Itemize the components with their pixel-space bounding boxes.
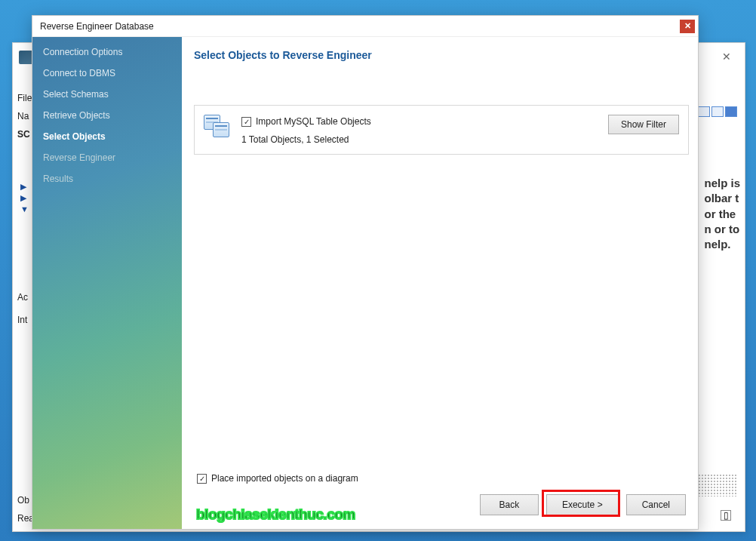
sidebar-item-connection-options[interactable]: Connection Options bbox=[32, 41, 182, 63]
bg-tree-arrows: ▶▶▼ bbox=[20, 182, 29, 214]
import-label: Import MySQL Table Objects bbox=[256, 116, 371, 127]
bg-file-label: File bbox=[17, 93, 32, 103]
sidebar-item-results[interactable]: Results bbox=[32, 168, 182, 189]
object-count-text: 1 Total Objects, 1 Selected bbox=[241, 134, 598, 145]
bg-ob-label: Ob bbox=[17, 495, 29, 506]
watermark: blogchiasekienthuc.com bbox=[196, 506, 355, 523]
bg-int-label: Int bbox=[17, 315, 27, 325]
wizard-sidebar: Connection Options Connect to DBMS Selec… bbox=[32, 37, 182, 529]
sidebar-item-select-objects[interactable]: Select Objects bbox=[32, 126, 182, 147]
bg-help-text: nelp is olbar t or the n or to nelp. bbox=[704, 176, 740, 252]
sidebar-item-select-schemas[interactable]: Select Schemas bbox=[32, 84, 182, 105]
dialog-title: Reverse Engineer Database bbox=[40, 21, 154, 32]
bg-sc-label: SC bbox=[17, 129, 32, 140]
import-tables-checkbox[interactable]: ✓ Import MySQL Table Objects bbox=[241, 116, 598, 127]
reverse-engineer-dialog: Reverse Engineer Database ✕ Connection O… bbox=[32, 15, 699, 530]
bg-layout-icons bbox=[698, 106, 737, 117]
sidebar-item-reverse-engineer[interactable]: Reverse Engineer bbox=[32, 147, 182, 168]
bg-ac-label: Ac bbox=[17, 292, 28, 303]
checkbox-icon: ✓ bbox=[241, 117, 251, 127]
bg-na-label: Na bbox=[17, 111, 32, 121]
bg-resize-grip bbox=[692, 474, 737, 496]
main-panel: Select Objects to Reverse Engineer ✓ Imp… bbox=[182, 37, 698, 529]
bg-left-labels: File Na SC bbox=[17, 93, 32, 140]
place-diagram-label: Place imported objects on a diagram bbox=[211, 473, 358, 484]
execute-button[interactable]: Execute > bbox=[546, 494, 619, 515]
cancel-button[interactable]: Cancel bbox=[626, 494, 686, 515]
close-button[interactable]: ✕ bbox=[680, 20, 695, 33]
tables-icon bbox=[204, 115, 231, 139]
checkbox-icon: ✓ bbox=[197, 474, 207, 484]
title-bar: Reverse Engineer Database ✕ bbox=[32, 16, 698, 37]
bg-close-icon[interactable]: ✕ bbox=[722, 51, 731, 63]
sidebar-item-connect-dbms[interactable]: Connect to DBMS bbox=[32, 63, 182, 84]
sidebar-item-retrieve-objects[interactable]: Retrieve Objects bbox=[32, 105, 182, 126]
object-selection-box: ✓ Import MySQL Table Objects 1 Total Obj… bbox=[194, 105, 689, 155]
back-button[interactable]: Back bbox=[480, 494, 539, 515]
place-on-diagram-checkbox[interactable]: ✓ Place imported objects on a diagram bbox=[197, 473, 689, 484]
page-heading: Select Objects to Reverse Engineer bbox=[194, 49, 689, 61]
bg-panel-icon[interactable]: ▯ bbox=[721, 510, 731, 521]
show-filter-button[interactable]: Show Filter bbox=[608, 115, 679, 134]
